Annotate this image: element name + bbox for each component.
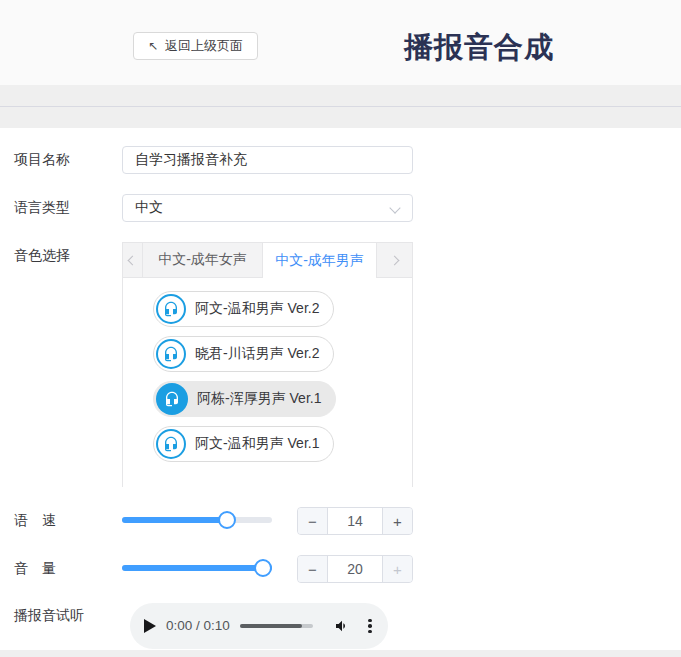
speed-label: 语 速 bbox=[14, 512, 56, 528]
volume-label: 音 量 bbox=[14, 560, 56, 576]
volume-slider[interactable] bbox=[122, 565, 272, 571]
audio-progress-bar[interactable] bbox=[240, 624, 313, 628]
volume-slider-fill bbox=[122, 565, 272, 571]
voice-option-label: 晓君-川话男声 Ver.2 bbox=[195, 345, 319, 363]
voice-option[interactable]: 阿文-温和男声 Ver.2 bbox=[153, 291, 334, 327]
headset-mic-icon bbox=[156, 383, 188, 415]
volume-decrease-button[interactable]: − bbox=[298, 556, 327, 582]
tab-chinese-adult-female[interactable]: 中文-成年女声 bbox=[143, 243, 263, 278]
volume-value[interactable]: 20 bbox=[327, 556, 383, 582]
volume-icon[interactable] bbox=[334, 618, 350, 634]
voice-option[interactable]: 阿文-温和男声 Ver.1 bbox=[153, 426, 334, 462]
voice-select-label: 音色选择 bbox=[14, 247, 70, 263]
kebab-menu-icon[interactable] bbox=[366, 618, 374, 634]
divider-line bbox=[0, 106, 681, 107]
volume-increase-button[interactable]: + bbox=[383, 556, 412, 582]
tab-chinese-adult-male[interactable]: 中文-成年男声 bbox=[263, 243, 377, 278]
voice-option-label: 阿栋-浑厚男声 Ver.1 bbox=[197, 390, 321, 408]
audio-player: 0:00 / 0:10 bbox=[130, 603, 388, 649]
tab-scroll-prev-button[interactable] bbox=[123, 243, 143, 278]
speed-slider-fill bbox=[122, 517, 227, 523]
project-name-input[interactable] bbox=[122, 146, 413, 174]
headset-mic-icon bbox=[156, 429, 186, 459]
volume-slider-thumb[interactable] bbox=[254, 559, 272, 577]
headset-mic-icon bbox=[156, 294, 186, 324]
play-icon[interactable] bbox=[144, 619, 156, 633]
audio-progress-played bbox=[240, 624, 302, 628]
voice-option-selected[interactable]: 阿栋-浑厚男声 Ver.1 bbox=[153, 381, 336, 417]
speed-value[interactable]: 14 bbox=[327, 508, 383, 534]
voice-option-label: 阿文-温和男声 Ver.1 bbox=[195, 435, 319, 453]
preview-label: 播报音试听 bbox=[14, 607, 84, 623]
arrow-up-left-icon: ↖ bbox=[148, 40, 158, 52]
chevron-left-icon bbox=[128, 255, 138, 265]
voice-option[interactable]: 晓君-川话男声 Ver.2 bbox=[153, 336, 334, 372]
speed-slider-thumb[interactable] bbox=[218, 511, 236, 529]
back-button-label: 返回上级页面 bbox=[165, 37, 243, 55]
bottom-strip bbox=[0, 650, 681, 657]
voice-synthesis-page: ↖ 返回上级页面 播报音合成 项目名称 语言类型 中文 音色选择 中文-成年女声… bbox=[0, 0, 681, 657]
page-header: ↖ 返回上级页面 播报音合成 bbox=[0, 0, 681, 85]
chevron-down-icon bbox=[389, 202, 400, 213]
tab-label: 中文-成年女声 bbox=[158, 251, 247, 269]
volume-stepper: − 20 + bbox=[297, 555, 413, 583]
voice-list: 阿文-温和男声 Ver.2 晓君-川话男声 Ver.2 阿栋-浑厚男声 Ver.… bbox=[123, 278, 412, 487]
back-to-parent-button[interactable]: ↖ 返回上级页面 bbox=[133, 32, 258, 60]
voice-option-label: 阿文-温和男声 Ver.2 bbox=[195, 300, 319, 318]
language-type-label: 语言类型 bbox=[14, 199, 70, 215]
speed-slider[interactable] bbox=[122, 517, 272, 523]
page-title: 播报音合成 bbox=[340, 29, 618, 65]
chevron-right-icon bbox=[390, 255, 400, 265]
voice-panel: 中文-成年女声 中文-成年男声 阿文-温和男声 Ver.2 晓君-川话男声 Ve… bbox=[122, 242, 413, 487]
audio-time: 0:00 / 0:10 bbox=[166, 618, 230, 633]
tab-scroll-next-button[interactable] bbox=[377, 243, 412, 278]
speed-stepper: − 14 + bbox=[297, 507, 413, 535]
language-selected-value: 中文 bbox=[135, 199, 163, 217]
project-name-label: 项目名称 bbox=[14, 151, 70, 167]
speed-increase-button[interactable]: + bbox=[383, 508, 412, 534]
language-select[interactable]: 中文 bbox=[122, 194, 413, 222]
speed-decrease-button[interactable]: − bbox=[298, 508, 327, 534]
voice-tabbar: 中文-成年女声 中文-成年男声 bbox=[123, 243, 412, 278]
tab-label: 中文-成年男声 bbox=[275, 252, 364, 270]
headset-mic-icon bbox=[156, 339, 186, 369]
